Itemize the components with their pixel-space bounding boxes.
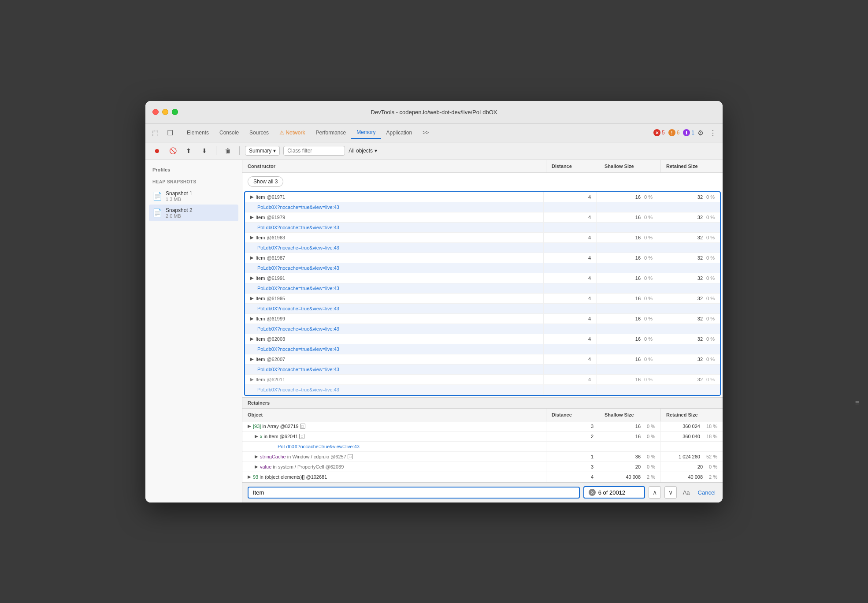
row-distance (544, 202, 597, 212)
retainer-row[interactable]: ▶ stringCache in Window / cdpn.io @6257 … (242, 452, 723, 462)
th-constructor[interactable]: Constructor (242, 160, 546, 172)
tab-console[interactable]: Console (214, 127, 244, 138)
th-shallow[interactable]: Shallow Size (599, 160, 661, 172)
table-row[interactable]: ▶Item@61999 4 160 % 320 % (245, 314, 720, 324)
system-icon: □ (300, 424, 305, 429)
minimize-button[interactable] (162, 109, 168, 115)
retainers-body: ▶ [93] in Array @82719 □ 3 160 % 360 024… (242, 421, 723, 482)
th-distance[interactable]: Distance (546, 160, 599, 172)
tab-application[interactable]: Application (381, 127, 418, 138)
objects-chevron-icon: ▾ (375, 148, 377, 154)
snapshot-info-2: Snapshot 2 2.0 MB (166, 207, 235, 219)
retainer-row[interactable]: ▶ value in system / PropertyCell @62039 … (242, 462, 723, 472)
constructor-table-header: Constructor Distance Shallow Size Retain… (242, 160, 723, 173)
table-row[interactable]: ▶Item@61995 4 160 % 320 % (245, 294, 720, 304)
item-link[interactable]: PoLdb0X?nocache=true&view=live:43 (257, 205, 339, 210)
table-row[interactable]: ▶Item@61979 4 160 % 320 % (245, 212, 720, 223)
rth-shallow[interactable]: Shallow Size (599, 409, 661, 421)
data-panel: Constructor Distance Shallow Size Retain… (242, 160, 723, 502)
snapshot-item-1[interactable]: 📄 Snapshot 1 1.3 MB (149, 188, 238, 205)
tab-memory[interactable]: Memory (351, 127, 381, 139)
more-options-icon[interactable]: ⋮ (707, 127, 719, 139)
tab-performance[interactable]: Performance (310, 127, 351, 138)
table-row[interactable]: ▶ Item @61971 4 160 % 320 % (245, 192, 720, 202)
retainer-row[interactable]: ▶ [93] in Array @82719 □ 3 160 % 360 024… (242, 421, 723, 432)
retainer-link[interactable]: PoLdb0X?nocache=true&view=live:43 (278, 444, 360, 449)
table-row[interactable]: PoLdb0X?nocache=true&view=live:43 (245, 385, 720, 395)
delete-button[interactable]: 🗑 (222, 145, 234, 157)
settings-icon[interactable]: ⚙ (694, 127, 707, 139)
snapshot-icon-1: 📄 (152, 191, 162, 201)
search-cancel-button[interactable]: Cancel (696, 489, 717, 496)
warning-icon: ! (668, 129, 675, 136)
retainers-table-header: Object Distance Shallow Size Retained Si… (242, 409, 723, 421)
table-row[interactable]: PoLdb0X?nocache=true&view=live:43 (245, 324, 720, 334)
table-row[interactable]: PoLdb0X?nocache=true&view=live:43 (245, 365, 720, 375)
row-constructor: ▶ Item @61971 (245, 192, 544, 202)
error-icon: ✕ (653, 129, 660, 136)
show-all-button[interactable]: Show all 3 (248, 176, 283, 187)
sidebar: Profiles HEAP SNAPSHOTS 📄 Snapshot 1 1.3… (145, 160, 242, 502)
table-row[interactable]: PoLdb0X?nocache=true&view=live:43 (245, 263, 720, 273)
table-row[interactable]: PoLdb0X?nocache=true&view=live:43 (245, 283, 720, 294)
clear-button[interactable]: 🚫 (167, 145, 179, 157)
search-prev-button[interactable]: ∧ (649, 486, 661, 499)
retainers-panel: Retainers ≡ Object Distance Shallow Size… (242, 397, 723, 482)
objects-dropdown[interactable]: All objects ▾ (349, 148, 377, 154)
search-result-text: 6 of 20012 (598, 489, 625, 496)
record-button[interactable]: ⏺ (151, 145, 163, 157)
snapshot-item-2[interactable]: 📄 Snapshot 2 2.0 MB (149, 205, 238, 221)
table-row[interactable]: PoLdb0X?nocache=true&view=live:43 (245, 202, 720, 212)
main-content: Profiles HEAP SNAPSHOTS 📄 Snapshot 1 1.3… (145, 160, 723, 502)
row-retained: 320 % (658, 192, 720, 202)
table-row[interactable]: PoLdb0X?nocache=true&view=live:43 (245, 243, 720, 253)
table-row[interactable]: PoLdb0X?nocache=true&view=live:43 (245, 344, 720, 354)
class-filter-input[interactable] (283, 146, 345, 156)
snapshot-info-1: Snapshot 1 1.3 MB (166, 190, 235, 202)
table-row[interactable]: ▶Item@62003 4 160 % 320 % (245, 334, 720, 344)
tab-more[interactable]: >> (417, 127, 434, 138)
table-row[interactable]: ▶Item@61991 4 160 % 320 % (245, 273, 720, 283)
retainer-row[interactable]: ▶ 93 in (object elements)[] @102681 4 40… (242, 472, 723, 482)
table-row[interactable]: PoLdb0X?nocache=true&view=live:43 (245, 304, 720, 314)
table-row[interactable]: ▶Item@61983 4 160 % 320 % (245, 233, 720, 243)
upload-button[interactable]: ⬆ (182, 145, 195, 157)
table-row[interactable]: ▶Item@61987 4 160 % 320 % (245, 253, 720, 263)
close-button[interactable] (152, 109, 159, 115)
search-next-button[interactable]: ∨ (664, 486, 677, 499)
info-icon: ℹ (683, 129, 690, 136)
item-name: Item (256, 194, 265, 200)
constructor-section: Show all 3 ▶ Item @61971 4 160 % 320 % (242, 173, 723, 397)
search-case-sensitive-button[interactable]: Aa (680, 489, 693, 496)
retainer-row[interactable]: PoLdb0X?nocache=true&view=live:43 (242, 442, 723, 452)
table-row[interactable]: PoLdb0X?nocache=true&view=live:43 (245, 223, 720, 233)
network-warning-icon: ⚠ (279, 130, 286, 136)
row-shallow (597, 202, 658, 212)
tab-sources[interactable]: Sources (244, 127, 274, 138)
download-button[interactable]: ⬇ (198, 145, 211, 157)
row-constructor: PoLdb0X?nocache=true&view=live:43 (245, 202, 544, 212)
cursor-icon[interactable]: ⬚ (149, 127, 161, 139)
search-input[interactable] (248, 487, 580, 499)
tab-elements[interactable]: Elements (182, 127, 214, 138)
inspect-icon[interactable]: ☐ (164, 127, 176, 139)
separator-2 (239, 146, 240, 155)
rth-object[interactable]: Object (242, 409, 546, 421)
retainer-row[interactable]: ▶ x in Item @62041 □ 2 160 % 360 04018 % (242, 432, 723, 442)
tab-network[interactable]: ⚠ Network (274, 127, 310, 138)
table-row[interactable]: ▶Item@62011 4 160 % 320 % (245, 375, 720, 385)
search-clear-button[interactable]: ✕ (589, 489, 596, 496)
rth-retained[interactable]: Retained Size (661, 409, 723, 421)
tab-icon-area: ⬚ ☐ (149, 127, 176, 139)
retainers-header: Retainers ≡ (242, 397, 723, 409)
summary-dropdown[interactable]: Summary ▾ (245, 146, 280, 156)
rth-distance[interactable]: Distance (546, 409, 599, 421)
maximize-button[interactable] (172, 109, 178, 115)
error-badge: ✕ 5 (653, 129, 665, 136)
profiles-label: Profiles (149, 165, 238, 174)
table-row[interactable]: ▶Item@62007 4 160 % 320 % (245, 354, 720, 365)
row-distance: 4 (544, 192, 597, 202)
th-retained[interactable]: Retained Size (661, 160, 723, 172)
row-retained (658, 202, 720, 212)
titlebar: DevTools - codepen.io/web-dot-dev/live/P… (145, 101, 723, 124)
